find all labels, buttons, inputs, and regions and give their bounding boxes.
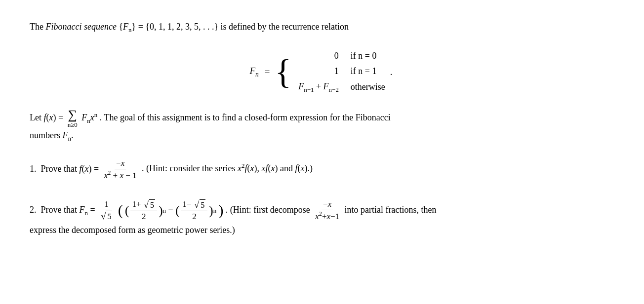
term2-numer: 1− √ 5 xyxy=(181,199,208,211)
sqrt-symbol: √ xyxy=(101,210,106,222)
intro-paragraph: The Fibonacci sequence {Fn} = {0, 1, 1, … xyxy=(30,20,612,35)
case3-value: Fn−1 + Fn−2 xyxy=(298,79,339,95)
frac2-numerator: 1 xyxy=(103,199,111,210)
period: . xyxy=(390,65,393,79)
fraction-1-over-sqrt5: 1 √ 5 xyxy=(99,199,114,222)
term1-exponent: n xyxy=(163,205,166,216)
hint-frac: −x x2+x−1 xyxy=(314,199,341,222)
case3-condition: otherwise xyxy=(351,80,385,94)
sqrt-sym-inner2: √ xyxy=(194,199,199,211)
fraction-numerator: −x xyxy=(115,158,126,169)
sub-n: n xyxy=(128,26,131,34)
equals-sign: = xyxy=(265,65,270,79)
let-text-2: . The goal of this assignment is to find… xyxy=(100,113,391,122)
term1-denom: 2 xyxy=(140,211,148,222)
term2-denom: 2 xyxy=(191,211,198,222)
sqrt-content-inner2: 5 xyxy=(200,199,205,210)
case2-value: 1 xyxy=(298,64,339,78)
case2-condition: if n = 1 xyxy=(351,64,385,78)
numbers-fn-text: numbers Fn. xyxy=(30,130,73,140)
term2-exponent: n xyxy=(213,205,216,216)
problem-1: 1. Prove that f(x) = −x x2 + x − 1 . (Hi… xyxy=(30,158,612,181)
case1-condition: if n = 0 xyxy=(351,49,385,63)
inner-right-paren-2: ) xyxy=(209,199,213,222)
let-paragraph: Let f(x) = ∑ n≥0 Fnxn . The goal of this… xyxy=(30,109,612,144)
let-text: Let f(x) = xyxy=(30,113,66,122)
fraction-denominator: x2 + x − 1 xyxy=(103,169,138,181)
problem-1-line: 1. Prove that f(x) = −x x2 + x − 1 . (Hi… xyxy=(30,158,612,181)
fn-lhs: Fn xyxy=(249,64,258,80)
piecewise-cases: 0 if n = 0 1 if n = 1 Fn−1 + Fn−2 otherw… xyxy=(298,49,385,95)
fibonacci-sequence-label: Fibonacci sequence xyxy=(45,22,116,32)
sqrt-content-inner1: 5 xyxy=(149,199,155,210)
inner-left-paren-1: ( xyxy=(125,199,129,222)
inner-right-paren-1: ) xyxy=(159,199,162,222)
term1-numer: 1+ √ 5 xyxy=(130,199,157,211)
sqrt-content: 5 xyxy=(106,211,112,222)
inner-left-paren-2: ( xyxy=(175,199,179,222)
problem-2-line-2: express the decomposed form as geometric… xyxy=(30,222,612,238)
term2-group: ( 1− √ 5 2 ) n xyxy=(175,199,216,222)
big-brace: { xyxy=(275,55,292,89)
problem-2-text-start: 2. Prove that Fn = xyxy=(30,205,97,215)
fraction-neg-x-over-x2px-1: −x x2 + x − 1 xyxy=(103,158,138,181)
sqrt5-inner2: √ 5 xyxy=(194,199,205,211)
outer-left-paren: ( xyxy=(118,202,123,218)
case1-value: 0 xyxy=(298,49,339,63)
page-content: The Fibonacci sequence {Fn} = {0, 1, 1, … xyxy=(30,20,612,238)
sqrt5: √ 5 xyxy=(101,210,112,222)
sum-body: Fnxn xyxy=(81,113,97,122)
summation-expression: ∑ n≥0 xyxy=(68,109,78,128)
problem-2-line: 2. Prove that Fn = 1 √ 5 ( ( 1+ xyxy=(30,199,612,222)
problem-1-hint: . (Hint: consider the series x2f(x), xf(… xyxy=(142,163,313,173)
frac-1-plus-sqrt5-over-2: 1+ √ 5 2 xyxy=(130,199,157,222)
problem-2-hint-2: into partial fractions, then xyxy=(345,205,437,215)
term1-group: ( 1+ √ 5 2 ) n xyxy=(125,199,166,222)
problem-1-number: 1. Prove that f(x) = xyxy=(30,163,101,173)
sigma-symbol: ∑ xyxy=(68,109,77,121)
hint-frac-denom: x2+x−1 xyxy=(314,210,341,222)
frac-1-minus-sqrt5-over-2: 1− √ 5 2 xyxy=(181,199,208,222)
hint-frac-numer: −x xyxy=(322,199,333,210)
sqrt-sym-inner1: √ xyxy=(144,199,149,211)
minus-sign: − xyxy=(168,205,176,215)
frac2-denominator: √ 5 xyxy=(99,210,114,222)
sum-subscript: n≥0 xyxy=(68,121,78,128)
sqrt5-inner1: √ 5 xyxy=(144,199,155,211)
problem-2-hint: . (Hint: first decompose xyxy=(226,205,312,215)
piecewise-definition: Fn = { 0 if n = 0 1 if n = 1 Fn−1 + Fn−2… xyxy=(30,49,612,95)
problem-2: 2. Prove that Fn = 1 √ 5 ( ( 1+ xyxy=(30,199,612,238)
problem-2-last-line: express the decomposed form as geometric… xyxy=(30,225,235,235)
outer-right-paren: ) xyxy=(219,202,224,218)
